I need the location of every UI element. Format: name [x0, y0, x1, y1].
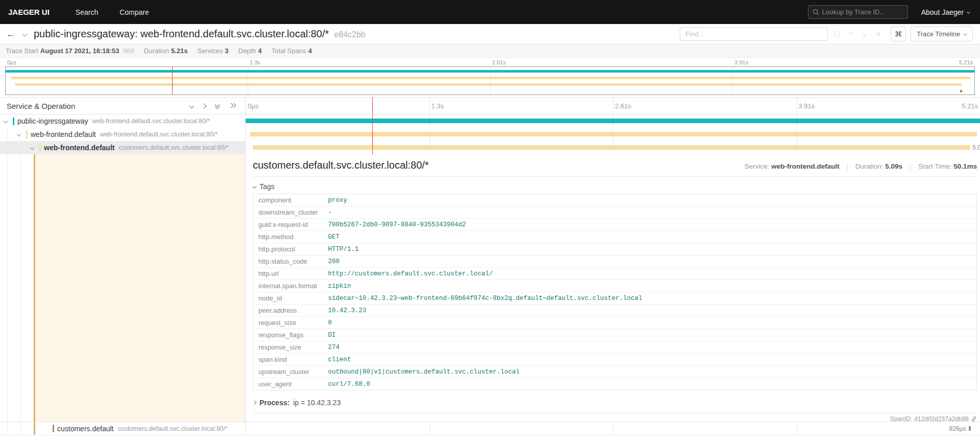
trace-view-dropdown[interactable]: Trace Timeline [911, 27, 973, 41]
collapse-all-button[interactable] [229, 103, 235, 109]
tag-key: guid:x-request-id [253, 219, 323, 231]
trace-lookup-input[interactable] [822, 8, 903, 16]
nav-item-compare[interactable]: Compare [109, 0, 160, 24]
tag-value: http://customers.default.svc.cluster.loc… [323, 268, 976, 280]
tag-row: http.methodGET [253, 231, 977, 243]
span-row[interactable]: web-frontend.defaultcustomers.default.sv… [0, 141, 980, 154]
indent-guide [7, 154, 8, 422]
tag-value: 10.42.3.23 [323, 305, 976, 317]
tag-key: span.kind [253, 354, 323, 366]
find-next-button[interactable] [860, 30, 869, 39]
tag-row: peer.address10.42.3.23 [253, 305, 977, 317]
minimap-span-bar [11, 77, 970, 79]
tag-value: proxy [323, 194, 976, 206]
find-input[interactable] [680, 27, 828, 41]
expanded-row-highlight [35, 154, 245, 422]
tag-row: guid:x-request-id700b5267-2db0-9897-8840… [253, 219, 977, 231]
minimap-canvas[interactable] [5, 66, 975, 95]
trace-header-controls: × ⌘ Trace Timeline [680, 27, 974, 41]
chevron-down-icon [252, 184, 256, 189]
header-collapse-toggle[interactable] [23, 32, 27, 36]
span-detail-meta: Service: web-frontend.default | Duration… [745, 162, 977, 170]
tag-row: http.urlhttp://customers.default.svc.clu… [253, 268, 977, 280]
trace-start-item: Trace StartAugust 17 2021, 16:18:53.969 [6, 47, 134, 55]
find-prev-button[interactable] [846, 30, 855, 39]
span-row[interactable]: public-ingressgatewayweb-frontend.defaul… [0, 114, 980, 128]
tag-value: sidecar~10.42.3.23~web-frontend-69b64f97… [323, 292, 976, 305]
back-button[interactable]: ← [6, 29, 16, 39]
tag-value: DI [323, 329, 976, 341]
expand-all-button[interactable] [214, 103, 221, 109]
span-duration-bar[interactable] [250, 132, 977, 136]
span-duration-bar[interactable] [246, 119, 980, 123]
span-operation-name: web-frontend.default.svc.cluster.local:8… [92, 118, 210, 125]
span-row[interactable]: web-frontend.defaultweb-frontend.default… [0, 128, 980, 141]
tags-accordion-header[interactable]: Tags [253, 181, 977, 192]
chevron-up-icon [849, 32, 853, 36]
process-accordion-header[interactable]: Process: ip = 10.42.3.23 [253, 397, 977, 409]
minimap-time-axis: 0μs1.3s2.61s3.91s5.21s [5, 59, 975, 66]
row-caret-icon[interactable] [17, 133, 24, 136]
tag-value: client [323, 354, 976, 366]
tag-row: span.kindclient [253, 354, 977, 366]
time-tick-label: 3.91s [799, 98, 815, 114]
indent-guide [20, 422, 21, 435]
indent-guide [7, 141, 8, 154]
span-operation-name: web-frontend.default.svc.cluster.local:8… [100, 131, 218, 138]
span-service-name: customers.default [57, 425, 114, 433]
tag-row: downstream_cluster- [253, 206, 977, 219]
trace-id: e84c2bb [334, 30, 365, 39]
trace-minimap: 0μs1.3s2.61s3.91s5.21s [0, 58, 980, 97]
depth-item: Depth4 [238, 47, 262, 55]
tag-key: internal.span.format [253, 280, 323, 292]
span-duration-bar[interactable] [969, 426, 971, 431]
minimap-span-bar [6, 70, 974, 73]
span-list-header: Service & Operation [0, 98, 246, 114]
service-operation-title: Service & Operation [7, 102, 75, 110]
time-tick-label: 5.21s [959, 59, 973, 66]
collapse-one-button[interactable] [202, 104, 206, 108]
row-caret-icon[interactable] [4, 120, 11, 123]
tag-row: response_size274 [253, 341, 977, 354]
span-detail-header: customers.default.svc.cluster.local:80/*… [253, 159, 977, 171]
deep-link-icon[interactable] [971, 416, 977, 422]
row-caret-icon[interactable] [31, 146, 37, 149]
search-icon [812, 9, 819, 15]
tag-key: component [253, 194, 323, 206]
tag-value: zipkin [323, 280, 976, 292]
tag-key: http.url [253, 268, 323, 280]
service-color-strip [53, 425, 54, 432]
tag-key: http.protocol [253, 243, 323, 255]
span-row[interactable]: customers.defaultcustomers.default.svc.c… [0, 422, 980, 435]
timeline-ruler[interactable]: 0μs1.3s2.61s3.91s5.21s [246, 98, 980, 114]
span-detail-row: customers.default.svc.cluster.local:80/*… [0, 154, 980, 422]
time-tick-label: 2.61s [492, 59, 506, 66]
tag-key: peer.address [253, 305, 323, 317]
tag-row: http.status_code200 [253, 255, 977, 268]
indent-guide [7, 128, 8, 141]
expand-one-button[interactable] [190, 104, 194, 108]
trace-timeline-viewer: Service & Operation 0μs1.3s2.61s3.91s5.2… [0, 97, 980, 435]
tag-key: request_size [253, 317, 323, 329]
nav-item-search[interactable]: Search [65, 0, 109, 24]
tag-value: GET [323, 231, 976, 243]
tag-key: response_flags [253, 329, 323, 341]
span-operation-name: customers.default.svc.cluster.local:80/* [118, 425, 228, 432]
tag-value: - [323, 206, 976, 219]
span-duration-bar[interactable] [253, 145, 970, 150]
tag-key: upstream_cluster [253, 366, 323, 378]
tag-key: response_size [253, 341, 323, 354]
about-jaeger-menu[interactable]: About Jaeger [921, 8, 970, 16]
tag-value: 0 [323, 317, 976, 329]
indent-guide [20, 141, 21, 154]
time-tick-label: 2.61s [615, 98, 631, 114]
chevron-down-icon [189, 103, 195, 108]
trace-lookup-box[interactable] [808, 5, 908, 19]
tag-value: HTTP/1.1 [323, 243, 976, 255]
keyboard-shortcuts-button[interactable]: ⌘ [891, 27, 906, 41]
total-spans-item: Total Spans4 [272, 47, 312, 55]
find-clear-button[interactable]: × [874, 30, 883, 39]
trace-summary-bar: Trace StartAugust 17 2021, 16:18:53.969 … [0, 44, 980, 58]
tag-value: 700b5267-2db0-9897-8840-9355343904d2 [323, 219, 976, 231]
divider [253, 176, 977, 177]
